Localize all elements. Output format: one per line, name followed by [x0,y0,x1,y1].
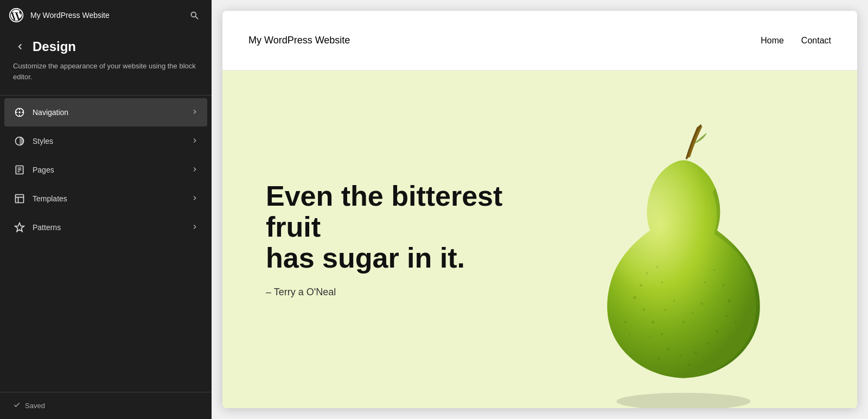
svg-point-33 [646,272,648,274]
templates-label: Templates [33,194,184,203]
pear-illustration [532,71,857,408]
svg-point-23 [649,337,650,338]
svg-point-38 [734,321,737,323]
svg-point-41 [682,321,685,323]
svg-point-28 [716,329,719,333]
saved-check-icon [13,401,21,410]
nav-items-list: Navigation Styles [0,96,212,244]
svg-point-20 [643,309,646,312]
svg-marker-17 [15,223,24,232]
sidebar-item-templates[interactable]: Templates [4,185,207,213]
navigation-chevron-icon [191,108,199,117]
styles-chevron-icon [191,137,199,146]
design-title: Design [33,39,76,54]
hero-attribution: – Terry a O'Neal [266,287,526,298]
svg-point-18 [616,393,751,408]
pages-chevron-icon [191,166,199,175]
sidebar-footer: Saved [0,392,212,419]
svg-point-39 [665,309,666,310]
svg-point-26 [694,351,698,354]
pages-icon [13,163,26,176]
svg-point-46 [713,269,715,271]
back-button[interactable] [13,40,27,54]
templates-icon [13,192,26,205]
sidebar-item-styles[interactable]: Styles [4,127,207,155]
svg-point-19 [633,296,636,299]
patterns-icon [13,221,26,234]
styles-label: Styles [33,137,184,145]
design-header: Design [0,39,212,61]
website-logo: My WordPress Website [248,35,350,46]
svg-point-47 [656,266,658,268]
svg-point-35 [688,363,691,366]
hero-headline: Even the bitterest fruit has sugar in it… [266,181,526,274]
svg-point-34 [658,358,661,360]
saved-status: Saved [25,402,45,410]
svg-point-22 [661,333,663,336]
svg-point-27 [707,342,710,345]
nav-link-contact[interactable]: Contact [801,36,831,46]
templates-chevron-icon [191,194,199,204]
wordpress-logo [9,8,24,23]
svg-point-25 [679,354,682,357]
svg-point-21 [652,320,655,323]
preview-area: My WordPress Website Home Contact Even t… [212,0,868,419]
nav-link-home[interactable]: Home [761,36,784,46]
svg-point-4 [19,112,20,113]
website-nav: Home Contact [761,36,831,46]
topbar: My WordPress Website [0,0,212,30]
styles-icon [13,135,26,148]
hero-headline-line1: Even the bitterest fruit [266,180,502,243]
svg-point-43 [701,302,704,305]
svg-point-37 [629,333,630,335]
hero-text: Even the bitterest fruit has sugar in it… [222,148,570,331]
svg-rect-14 [16,195,24,203]
svg-point-1 [191,12,196,17]
svg-point-40 [673,300,675,301]
svg-point-36 [624,321,627,323]
site-title: My WordPress Website [30,11,179,20]
navigation-label: Navigation [33,108,184,117]
navigation-icon [13,106,26,119]
design-description: Customize the appearance of your website… [0,61,212,95]
pages-label: Pages [33,166,184,174]
svg-point-42 [692,312,693,314]
svg-point-31 [722,284,725,287]
website-header: My WordPress Website Home Contact [222,11,857,71]
hero-headline-line2: has sugar in it. [266,242,465,274]
search-button[interactable] [186,7,203,24]
sidebar: My WordPress Website Design Customize th… [0,0,212,419]
svg-point-29 [725,315,728,318]
svg-point-32 [640,284,642,287]
sidebar-content: Design Customize the appearance of your … [0,30,212,392]
pear-svg [553,120,814,408]
sidebar-item-pages[interactable]: Pages [4,156,207,184]
svg-point-24 [667,348,670,351]
svg-line-2 [195,16,198,19]
patterns-chevron-icon [191,223,199,232]
sidebar-item-patterns[interactable]: Patterns [4,213,207,242]
svg-point-45 [704,281,706,283]
patterns-label: Patterns [33,223,184,232]
svg-point-30 [728,299,731,302]
hero-section: Even the bitterest fruit has sugar in it… [222,71,857,408]
svg-point-44 [661,281,663,283]
preview-frame: My WordPress Website Home Contact Even t… [222,11,857,408]
sidebar-item-navigation[interactable]: Navigation [4,98,207,126]
